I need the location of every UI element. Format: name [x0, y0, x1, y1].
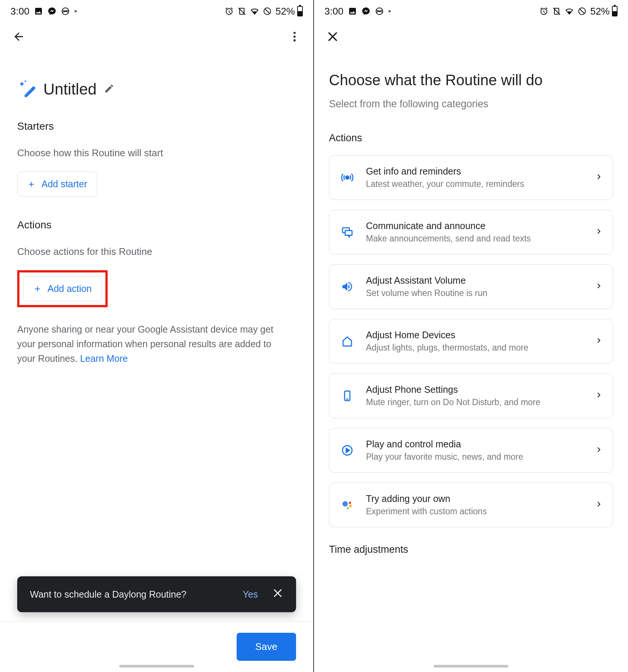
svg-rect-12 [345, 231, 352, 235]
statusbar: 3:00 • 52% [0, 0, 313, 20]
status-dot-icon: • [388, 7, 391, 15]
plus-icon [27, 180, 36, 188]
dnd-icon [263, 7, 272, 16]
status-time: 3:00 [324, 6, 344, 17]
page-title: Choose what the Routine will do [329, 72, 613, 89]
arrow-left-icon [12, 30, 25, 43]
save-button[interactable]: Save [237, 633, 296, 661]
svg-point-10 [346, 176, 349, 179]
snackbar-text: Want to schedule a Daylong Routine? [30, 589, 187, 600]
add-action-button[interactable]: Add action [23, 276, 102, 301]
close-icon [272, 588, 283, 599]
starters-heading: Starters [17, 120, 296, 132]
play-icon [340, 444, 355, 457]
status-time: 3:00 [10, 6, 30, 17]
privacy-warning: Anyone sharing or near your Google Assis… [17, 322, 290, 366]
actions-heading: Actions [17, 219, 296, 231]
wand-icon [17, 79, 36, 99]
card-subtitle: Make announcements, send and read texts [366, 234, 583, 244]
add-starter-button[interactable]: Add starter [17, 172, 97, 197]
learn-more-link[interactable]: Learn More [80, 353, 128, 364]
svg-point-19 [347, 507, 349, 509]
privacy-warning-text: Anyone sharing or near your Google Assis… [17, 324, 273, 364]
add-starter-label: Add starter [41, 179, 87, 189]
alarm-icon [225, 7, 234, 16]
bottom-bar: Save [0, 621, 313, 672]
card-title: Try adding your own [366, 493, 583, 504]
svg-point-3 [293, 32, 296, 34]
gesture-bar [119, 665, 194, 668]
messenger-icon [47, 7, 56, 16]
svg-point-4 [293, 36, 296, 38]
chevron-right-icon [594, 226, 604, 238]
gesture-bar [434, 665, 508, 668]
card-title: Play and control media [366, 439, 583, 450]
photo-icon [348, 7, 357, 16]
svg-line-9 [580, 9, 584, 13]
svg-rect-6 [24, 86, 36, 98]
battery-percent: 52% [275, 6, 295, 17]
dnd-icon [578, 7, 587, 16]
plus-icon [33, 285, 41, 293]
assistant-icon [340, 499, 355, 511]
snackbar-yes-button[interactable]: Yes [243, 589, 258, 600]
time-adjustments-heading: Time adjustments [329, 544, 613, 555]
daylong-snackbar: Want to schedule a Daylong Routine? Yes [17, 576, 296, 612]
battery-indicator: 52% [590, 6, 618, 17]
svg-point-5 [293, 39, 296, 41]
page-subtitle: Select from the following categories [329, 98, 613, 110]
phone-icon [340, 389, 355, 402]
more-vert-icon [288, 30, 301, 43]
sports-icon [61, 7, 70, 16]
close-icon [326, 30, 339, 43]
actions-section-heading: Actions [329, 132, 613, 144]
add-action-label: Add action [47, 283, 92, 294]
chevron-right-icon [594, 390, 604, 401]
action-card-media[interactable]: Play and control media Play your favorit… [329, 428, 613, 473]
svg-point-17 [349, 502, 351, 504]
close-button[interactable] [325, 29, 340, 44]
sports-icon [375, 7, 384, 16]
action-card-phone-settings[interactable]: Adjust Phone Settings Mute ringer, turn … [329, 373, 613, 418]
svg-point-16 [342, 501, 348, 506]
back-button[interactable] [11, 29, 26, 44]
action-card-home-devices[interactable]: Adjust Home Devices Adjust lights, plugs… [329, 319, 613, 364]
add-action-highlight: Add action [17, 270, 108, 307]
action-card-custom[interactable]: Try adding your own Experiment with cust… [329, 483, 613, 527]
status-dot-icon: • [74, 7, 77, 15]
battery-indicator: 52% [275, 6, 303, 17]
svg-point-18 [349, 505, 352, 507]
routine-title: Untitled [43, 80, 96, 98]
chevron-right-icon [594, 445, 604, 456]
edit-title-button[interactable] [104, 83, 114, 95]
volume-icon [340, 280, 355, 293]
overflow-menu-button[interactable] [287, 29, 302, 44]
vibrate-icon [552, 7, 561, 16]
card-subtitle: Mute ringer, turn on Do Not Disturb, and… [366, 397, 583, 407]
svg-line-2 [265, 9, 270, 13]
vibrate-icon [237, 7, 246, 16]
chevron-right-icon [594, 172, 604, 183]
action-card-info-reminders[interactable]: Get info and reminders Latest weather, y… [329, 155, 613, 200]
card-subtitle: Adjust lights, plugs, thermostats, and m… [366, 343, 583, 353]
card-title: Adjust Home Devices [366, 330, 583, 340]
chevron-right-icon [594, 281, 604, 292]
card-title: Get info and reminders [366, 166, 583, 177]
snackbar-close-button[interactable] [272, 588, 283, 601]
battery-percent: 52% [590, 6, 610, 17]
action-card-communicate[interactable]: Communicate and announce Make announceme… [329, 210, 613, 255]
card-subtitle: Set volume when Routine is run [366, 288, 583, 298]
statusbar: 3:00 • 52% [314, 0, 628, 20]
broadcast-icon [340, 171, 355, 184]
wifi-icon [565, 7, 574, 16]
card-title: Adjust Assistant Volume [366, 275, 583, 286]
card-subtitle: Play your favorite music, news, and more [366, 452, 583, 462]
actions-desc: Choose actions for this Routine [17, 246, 296, 258]
action-card-volume[interactable]: Adjust Assistant Volume Set volume when … [329, 264, 613, 309]
wifi-icon [250, 7, 259, 16]
card-subtitle: Latest weather, your commute, reminders [366, 179, 583, 189]
card-subtitle: Experiment with custom actions [366, 506, 583, 517]
messenger-icon [361, 7, 370, 16]
home-icon [340, 335, 355, 348]
chat-icon [340, 226, 355, 238]
